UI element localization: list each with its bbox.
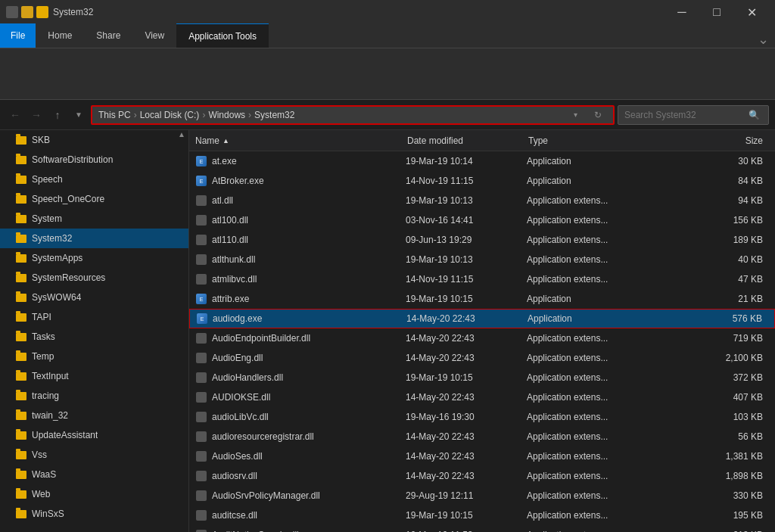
- file-date: 19-Mar-19 10:14: [406, 156, 527, 166]
- file-size: 84 KB: [663, 176, 769, 186]
- sidebar-item-updateassistant[interactable]: UpdateAssistant: [0, 425, 188, 445]
- table-row[interactable]: atl100.dll 03-Nov-16 14:41 Application e…: [189, 210, 775, 230]
- table-row[interactable]: auditcse.dll 19-Mar-19 10:15 Application…: [189, 506, 775, 525]
- sidebar-item-syswow64[interactable]: SysWOW64: [0, 288, 188, 307]
- table-row[interactable]: audioLibVc.dll 19-May-16 19:30 Applicati…: [189, 407, 775, 427]
- ribbon-expand-icon[interactable]: ⌄: [758, 31, 769, 48]
- sidebar-item-temp[interactable]: Temp: [0, 347, 188, 366]
- sidebar-item-tapi[interactable]: TAPI: [0, 307, 188, 327]
- file-name: at.exe: [212, 156, 406, 166]
- address-dropdown-icon[interactable]: ▾: [574, 110, 589, 119]
- search-input[interactable]: [624, 110, 745, 120]
- file-size: 2,100 KB: [663, 353, 769, 363]
- table-row[interactable]: AudioSrvPolicyManager.dll 29-Aug-19 12:1…: [189, 486, 775, 506]
- sidebar-item-label: SystemApps: [32, 253, 82, 263]
- maximize-button[interactable]: □: [699, 0, 734, 24]
- table-row[interactable]: AUDIOKSE.dll 14-May-20 22:43 Application…: [189, 387, 775, 407]
- address-path[interactable]: This PC › Local Disk (C:) › Windows › Sy…: [91, 105, 615, 125]
- exe-icon: E: [195, 155, 207, 167]
- file-type: Application extens...: [527, 412, 663, 422]
- file-type: Application: [528, 313, 664, 324]
- sidebar-item-tracing[interactable]: tracing: [0, 386, 188, 406]
- table-row[interactable]: atl110.dll 09-Jun-13 19:29 Application e…: [189, 230, 775, 250]
- file-size: 156 KB: [663, 215, 769, 226]
- col-header-date[interactable]: Date modified: [407, 135, 528, 146]
- sidebar-item-speech[interactable]: Speech: [0, 170, 188, 189]
- tab-view[interactable]: View: [132, 23, 176, 48]
- sidebar-item-twain_32[interactable]: twain_32: [0, 406, 188, 425]
- file-size: 47 KB: [663, 274, 769, 285]
- sidebar-item-label: TextInput: [32, 371, 69, 381]
- sidebar-item-skb[interactable]: SKB: [0, 130, 188, 150]
- folder-icon: [15, 311, 27, 323]
- file-type: Application: [527, 156, 663, 166]
- ribbon-tabs: File Home Share View Application Tools ⌄: [0, 24, 775, 48]
- sidebar-item-vss[interactable]: Vss: [0, 445, 188, 465]
- file-name: audiodg.exe: [213, 313, 406, 324]
- table-row[interactable]: AuditNativeSnapIn.dll 19-Mar-19 11:53 Ap…: [189, 525, 775, 532]
- file-type: Application extens...: [527, 333, 663, 344]
- sidebar-item-systemapps[interactable]: SystemApps: [0, 248, 188, 268]
- search-box[interactable]: 🔍: [618, 105, 769, 125]
- sidebar-item-label: twain_32: [32, 410, 68, 421]
- sidebar-item-systemresources[interactable]: SystemResources: [0, 268, 188, 288]
- minimize-button[interactable]: ─: [665, 0, 699, 24]
- sidebar-item-speech_onecore[interactable]: Speech_OneCore: [0, 189, 188, 209]
- file-date: 19-May-16 19:30: [406, 412, 527, 422]
- table-row[interactable]: audiosrv.dll 14-May-20 22:43 Application…: [189, 466, 775, 486]
- recent-locations-button[interactable]: ▼: [70, 106, 88, 124]
- table-row[interactable]: audioresourceregistrar.dll 14-May-20 22:…: [189, 427, 775, 446]
- dll-icon: [195, 411, 207, 423]
- sidebar-item-system[interactable]: System: [0, 209, 188, 229]
- folder-icon: [15, 134, 27, 146]
- table-row[interactable]: atlthunk.dll 19-Mar-19 10:13 Application…: [189, 250, 775, 269]
- table-row[interactable]: E audiodg.exe 14-May-20 22:43 Applicatio…: [189, 309, 775, 328]
- table-row[interactable]: atl.dll 19-Mar-19 10:13 Application exte…: [189, 191, 775, 210]
- sidebar-item-textinput[interactable]: TextInput: [0, 366, 188, 386]
- file-type: Application extens...: [527, 254, 663, 265]
- sidebar-item-web[interactable]: Web: [0, 484, 188, 504]
- forward-button[interactable]: →: [27, 106, 45, 124]
- table-row[interactable]: E AtBroker.exe 14-Nov-19 11:15 Applicati…: [189, 171, 775, 191]
- file-size: 189 KB: [663, 235, 769, 245]
- table-row[interactable]: AudioEndpointBuilder.dll 14-May-20 22:43…: [189, 328, 775, 348]
- table-row[interactable]: AudioEng.dll 14-May-20 22:43 Application…: [189, 348, 775, 368]
- col-header-name[interactable]: Name ▲: [195, 135, 407, 146]
- table-row[interactable]: E attrib.exe 19-Mar-19 10:15 Application…: [189, 289, 775, 309]
- close-button[interactable]: ✕: [734, 0, 769, 24]
- file-name: AudioEng.dll: [212, 353, 406, 363]
- sidebar-item-system32[interactable]: System32: [0, 229, 188, 248]
- col-header-type[interactable]: Type: [528, 135, 665, 146]
- table-row[interactable]: AudioHandlers.dll 19-Mar-19 10:15 Applic…: [189, 368, 775, 387]
- sidebar-item-label: System: [32, 213, 62, 224]
- file-date: 14-May-20 22:43: [406, 451, 527, 462]
- tab-home[interactable]: Home: [36, 23, 84, 48]
- file-rows: E at.exe 19-Mar-19 10:14 Application 30 …: [189, 151, 775, 532]
- sidebar-item-tasks[interactable]: Tasks: [0, 327, 188, 347]
- folder-icon: [15, 252, 27, 264]
- sidebar-item-waas[interactable]: WaaS: [0, 465, 188, 484]
- sidebar-item-softwaredistribution[interactable]: SoftwareDistribution: [0, 150, 188, 170]
- table-row[interactable]: atmlibvc.dll 14-Nov-19 11:15 Application…: [189, 269, 775, 289]
- tab-application-tools[interactable]: Application Tools: [176, 23, 269, 48]
- col-header-size[interactable]: Size: [665, 135, 769, 146]
- refresh-button[interactable]: ↻: [589, 106, 607, 124]
- main-layout: ▲ SKB SoftwareDistribution Speech Speech…: [0, 130, 775, 532]
- path-windows: Windows: [208, 110, 245, 120]
- folder-icon-tb: [21, 6, 33, 18]
- dll-icon: [195, 391, 207, 403]
- table-row[interactable]: AudioSes.dll 14-May-20 22:43 Application…: [189, 446, 775, 466]
- tab-share[interactable]: Share: [84, 23, 132, 48]
- table-row[interactable]: E at.exe 19-Mar-19 10:14 Application 30 …: [189, 151, 775, 171]
- file-size: 94 KB: [663, 195, 769, 206]
- up-button[interactable]: ↑: [48, 106, 67, 124]
- sidebar-item-label: Speech_OneCore: [32, 194, 104, 204]
- tab-file[interactable]: File: [0, 23, 36, 48]
- file-size: 195 KB: [663, 510, 769, 521]
- folder-icon: [15, 331, 27, 343]
- dll-icon: [195, 332, 207, 344]
- sidebar-item-winsxs[interactable]: WinSxS: [0, 504, 188, 524]
- file-date: 29-Aug-19 12:11: [406, 490, 527, 501]
- back-button[interactable]: ←: [6, 106, 24, 124]
- file-date: 19-Mar-19 10:13: [406, 254, 527, 265]
